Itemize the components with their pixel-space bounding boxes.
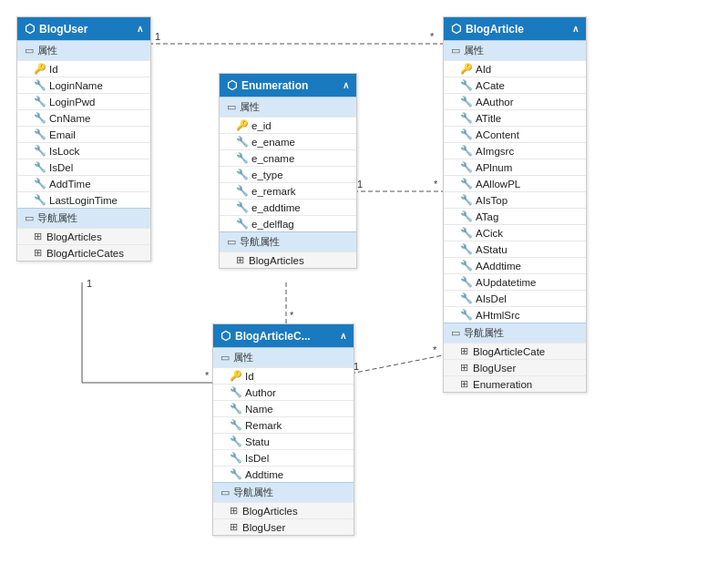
enum-field-eaddtime: 🔧e_addtime: [220, 199, 356, 215]
bac-field-id: 🔑Id: [213, 367, 354, 384]
enum-field-eename: 🔧e_ename: [220, 133, 356, 149]
ba-field-acick: 🔧ACick: [444, 224, 586, 241]
enumeration-attr-section: ▭ 属性: [220, 97, 356, 117]
ba-field-aallowpl: 🔧AAllowPL: [444, 175, 586, 191]
bloguser-field-islock: 🔧IsLock: [17, 142, 150, 159]
ba-field-astatu: 🔧AStatu: [444, 241, 586, 257]
enum-field-edelflag: 🔧e_delflag: [220, 215, 356, 231]
blogarticle-attr-section: ▭ 属性: [444, 40, 586, 60]
blogarticle-chevron[interactable]: ∧: [572, 24, 579, 34]
bloguser-nav-blogarticlecates: ⊞BlogArticleCates: [17, 244, 150, 261]
ba-field-atitle: 🔧ATitle: [444, 109, 586, 126]
bloguser-field-cnname: 🔧CnName: [17, 109, 150, 126]
ba-field-aistop: 🔧AIsTop: [444, 191, 586, 208]
enumeration-nav-section: ▭ 导航属性: [220, 231, 356, 251]
enum-field-ecname: 🔧e_cname: [220, 149, 356, 166]
ba-field-aupdatetime: 🔧AUpdatetime: [444, 273, 586, 290]
ba-field-acontent: 🔧AContent: [444, 126, 586, 142]
blogarticlecate-chevron[interactable]: ∧: [340, 331, 346, 341]
bloguser-field-id: 🔑Id: [17, 60, 150, 77]
ba-nav-enumeration: ⊞Enumeration: [444, 375, 586, 392]
bloguser-nav-blogarticles: ⊞BlogArticles: [17, 228, 150, 244]
ba-field-ahtmlsrc: 🔧AHtmlSrc: [444, 306, 586, 323]
diagram-canvas: 1 * 1 * 1 * 1 * * ⬡ BlogUser ∧ ▭ 属性 �: [0, 0, 728, 564]
bloguser-field-email: 🔧Email: [17, 126, 150, 142]
ba-field-aauthor: 🔧AAuthor: [444, 93, 586, 109]
enum-field-etype: 🔧e_type: [220, 166, 356, 182]
ba-field-acate: 🔧ACate: [444, 77, 586, 93]
svg-text:1: 1: [155, 31, 160, 42]
entity-bloguser[interactable]: ⬡ BlogUser ∧ ▭ 属性 🔑Id 🔧LoginName 🔧LoginP…: [16, 16, 151, 261]
bac-field-remark: 🔧Remark: [213, 416, 354, 433]
ba-nav-bloguser: ⊞BlogUser: [444, 359, 586, 375]
ba-field-aaddtime: 🔧AAddtime: [444, 257, 586, 273]
entity-bloguser-header: ⬡ BlogUser ∧: [17, 17, 150, 40]
bac-nav-blogarticles: ⊞BlogArticles: [213, 502, 354, 518]
bloguser-field-loginname: 🔧LoginName: [17, 77, 150, 93]
bloguser-field-isdel: 🔧IsDel: [17, 159, 150, 175]
enumeration-chevron[interactable]: ∧: [343, 80, 349, 90]
blogarticle-title: BlogArticle: [466, 23, 524, 36]
bloguser-icon: ⬡: [25, 22, 35, 36]
ba-field-atag: 🔧ATag: [444, 208, 586, 224]
bloguser-chevron[interactable]: ∧: [137, 24, 143, 34]
bloguser-field-loginpwd: 🔧LoginPwd: [17, 93, 150, 109]
bac-field-statu: 🔧Statu: [213, 433, 354, 449]
enum-nav-blogarticles: ⊞BlogArticles: [220, 251, 356, 268]
entity-blogarticle[interactable]: ⬡ BlogArticle ∧ ▭ 属性 🔑AId 🔧ACate 🔧AAutho…: [443, 16, 587, 393]
bac-nav-bloguser: ⊞BlogUser: [213, 518, 354, 535]
bac-field-isdel: 🔧IsDel: [213, 449, 354, 466]
enumeration-title: Enumeration: [241, 79, 308, 92]
blogarticle-icon: ⬡: [451, 22, 461, 36]
ba-field-aisdel: 🔧AIsDel: [444, 290, 586, 306]
entity-blogarticle-header: ⬡ BlogArticle ∧: [444, 17, 586, 40]
ba-field-aplnum: 🔧APlnum: [444, 159, 586, 175]
bloguser-attr-section: ▭ 属性: [17, 40, 150, 60]
svg-text:1: 1: [357, 179, 363, 190]
bac-field-author: 🔧Author: [213, 384, 354, 400]
bloguser-field-lastlogintime: 🔧LastLoginTime: [17, 191, 150, 208]
ba-field-aimgsrc: 🔧AImgsrc: [444, 142, 586, 159]
svg-text:*: *: [434, 179, 438, 190]
bac-field-addtime: 🔧Addtime: [213, 466, 354, 482]
blogarticlecate-title: BlogArticleC...: [235, 330, 311, 343]
enum-field-eid: 🔑e_id: [220, 117, 356, 133]
ba-field-aid: 🔑AId: [444, 60, 586, 77]
entity-blogarticlecate-header: ⬡ BlogArticleC... ∧: [213, 324, 354, 347]
enum-field-eremark: 🔧e_remark: [220, 182, 356, 199]
blogarticlecate-nav-section: ▭ 导航属性: [213, 482, 354, 502]
entity-enumeration-header: ⬡ Enumeration ∧: [220, 74, 356, 97]
blogarticlecate-icon: ⬡: [220, 329, 231, 343]
svg-line-10: [351, 355, 443, 374]
entity-enumeration[interactable]: ⬡ Enumeration ∧ ▭ 属性 🔑e_id 🔧e_ename 🔧e_c…: [219, 73, 357, 269]
svg-text:*: *: [205, 370, 210, 381]
bac-field-name: 🔧Name: [213, 400, 354, 416]
ba-nav-blogarticlecate: ⊞BlogArticleCate: [444, 343, 586, 359]
svg-text:*: *: [433, 344, 437, 355]
svg-text:*: *: [430, 31, 435, 42]
bloguser-nav-section: ▭ 导航属性: [17, 208, 150, 228]
blogarticlecate-attr-section: ▭ 属性: [213, 347, 354, 367]
bloguser-field-addtime: 🔧AddTime: [17, 175, 150, 191]
svg-text:*: *: [290, 310, 294, 321]
entity-blogarticlecate[interactable]: ⬡ BlogArticleC... ∧ ▭ 属性 🔑Id 🔧Author 🔧Na…: [212, 323, 354, 536]
bloguser-title: BlogUser: [39, 23, 87, 36]
blogarticle-nav-section: ▭ 导航属性: [444, 323, 586, 343]
svg-text:1: 1: [87, 278, 92, 289]
enumeration-icon: ⬡: [227, 78, 237, 92]
